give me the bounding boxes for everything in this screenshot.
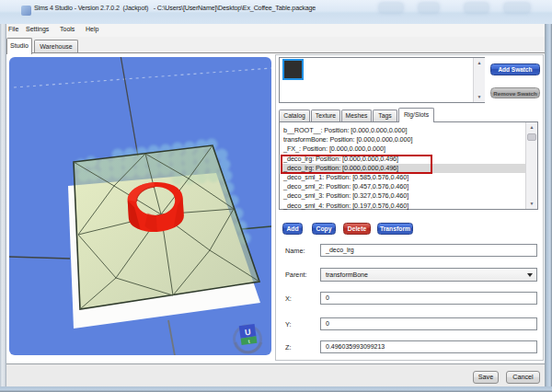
svg-text:U: U: [244, 328, 251, 338]
